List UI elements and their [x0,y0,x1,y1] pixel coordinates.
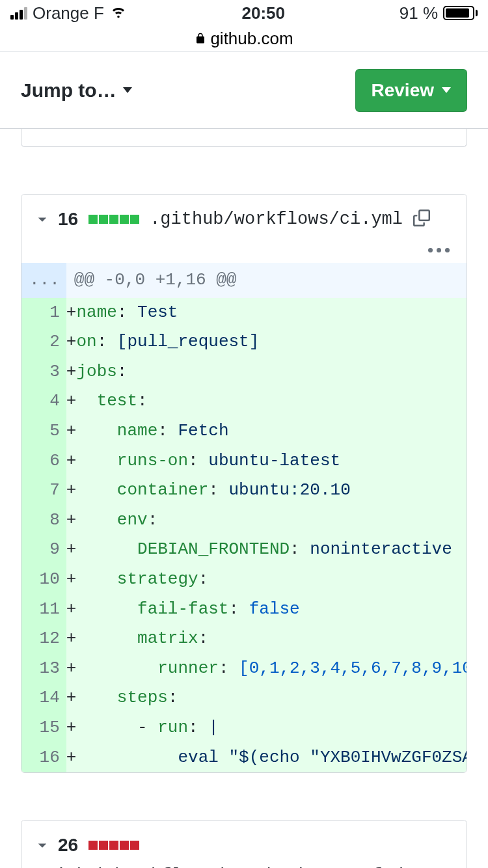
review-label: Review [372,80,435,101]
diff-sign: + [66,654,77,684]
line-number: 16 [21,743,66,773]
review-button[interactable]: Review [355,69,468,112]
line-number: 10 [21,565,66,595]
diff-sign: + [66,713,77,743]
line-number: 13 [21,654,66,684]
diff-line[interactable]: 16+ eval "$(echo "YXB0IHVwZGF0ZSAt [21,743,467,773]
diff-sign: + [66,683,77,713]
code-content: test: [76,387,467,416]
code-content: jobs: [76,357,467,387]
code-content: strategy: [76,565,467,595]
diff-line[interactable]: 11+ fail-fast: false [21,595,467,625]
line-number: 6 [21,446,66,476]
line-number: 15 [21,713,66,743]
diff-line[interactable]: 9+ DEBIAN_FRONTEND: noninteractive [21,535,467,565]
prev-file-peek [21,129,467,147]
diff-line[interactable]: 12+ matrix: [21,624,467,654]
line-number: 9 [21,535,66,565]
file-header: 26 .github/workflows/cpm-broken-on-fedor… [21,821,467,868]
diff-stat-bar [88,215,139,224]
lock-icon [195,29,206,49]
battery-percent: 91 % [400,3,438,23]
copy-path-icon[interactable] [413,210,430,229]
wifi-icon [109,2,128,25]
diff-line[interactable]: 5+ name: Fetch [21,416,467,446]
file-path[interactable]: .github/workflows/ci.yml [150,210,403,229]
line-number: 12 [21,624,66,654]
code-content: steps: [76,683,467,713]
diff-sign: + [66,535,77,565]
diff-table: ... @@ -0,0 +1,16 @@ 1+name: Test2+on: [… [21,263,467,772]
code-content: on: [pull_request] [76,327,467,357]
diff-sign: + [66,387,77,416]
line-number: 1 [21,298,66,328]
line-number: 11 [21,595,66,625]
diff-line[interactable]: 1+name: Test [21,298,467,328]
content: 16 .github/workflows/ci.yml ... @@ -0,0 … [0,129,488,868]
url-bar[interactable]: github.com [0,26,488,52]
diff-line[interactable]: 8+ env: [21,506,467,536]
line-number: 5 [21,416,66,446]
diff-sign: + [66,446,77,476]
signal-icon [10,7,27,20]
chevron-down-icon [442,87,451,93]
line-number: 3 [21,357,66,387]
carrier-label: Orange F [33,3,104,23]
diff-line[interactable]: 14+ steps: [21,683,467,713]
diff-line[interactable]: 7+ container: ubuntu:20.10 [21,476,467,506]
status-time: 20:50 [242,3,286,23]
diff-line[interactable]: 15+ - run: | [21,713,467,743]
code-content: name: Test [76,298,467,328]
code-content: DEBIAN_FRONTEND: noninteractive [76,535,467,565]
code-content: matrix: [76,624,467,654]
code-content: runs-on: ubuntu-latest [76,446,467,476]
line-number: 8 [21,506,66,536]
line-number: 7 [21,476,66,506]
file-diff-card: 16 .github/workflows/ci.yml ... @@ -0,0 … [21,194,467,773]
jump-to-menu[interactable]: Jump to… [21,79,132,102]
diff-sign: + [66,624,77,654]
jump-to-label: Jump to… [21,79,116,102]
line-number: 14 [21,683,66,713]
diff-sign: + [66,565,77,595]
diff-line[interactable]: 2+on: [pull_request] [21,327,467,357]
diff-line[interactable]: 6+ runs-on: ubuntu-latest [21,446,467,476]
diff-sign: + [66,298,77,328]
status-left: Orange F [10,2,128,25]
code-content: env: [76,506,467,536]
expand-hunk[interactable]: ... [21,263,66,298]
diff-sign: + [66,416,77,446]
diff-line[interactable]: 13+ runner: [0,1,2,3,4,5,6,7,8,9,10, [21,654,467,684]
diff-line[interactable]: 4+ test: [21,387,467,416]
code-content: runner: [0,1,2,3,4,5,6,7,8,9,10, [76,654,467,684]
line-number: 2 [21,327,66,357]
collapse-toggle[interactable] [33,213,49,226]
url-text: github.com [210,29,293,49]
line-number: 4 [21,387,66,416]
diff-sign: + [66,357,77,387]
diff-line[interactable]: 10+ strategy: [21,565,467,595]
diff-sign: + [66,327,77,357]
kebab-menu-icon[interactable] [428,248,450,252]
status-right: 91 % [400,3,478,23]
file-menu [21,244,467,263]
hunk-header[interactable]: ... @@ -0,0 +1,16 @@ [21,263,467,298]
file-header: 16 .github/workflows/ci.yml [21,195,467,244]
diff-sign: + [66,595,77,625]
code-content: fail-fast: false [76,595,467,625]
code-content: - run: | [76,713,467,743]
collapse-toggle[interactable] [33,839,49,852]
battery-icon [443,6,478,20]
diff-stat-bar [88,841,139,850]
code-content: container: ubuntu:20.10 [76,476,467,506]
diff-sign: + [66,476,77,506]
code-content: name: Fetch [76,416,467,446]
diff-sign: + [66,506,77,536]
diff-line[interactable]: 3+jobs: [21,357,467,387]
changes-count: 16 [58,209,78,230]
hunk-text: @@ -0,0 +1,16 @@ [66,263,467,298]
file-diff-card: 26 .github/workflows/cpm-broken-on-fedor… [21,820,467,868]
chevron-down-icon [123,87,132,93]
navbar: Jump to… Review [0,52,488,129]
status-bar: Orange F 20:50 91 % [0,0,488,26]
